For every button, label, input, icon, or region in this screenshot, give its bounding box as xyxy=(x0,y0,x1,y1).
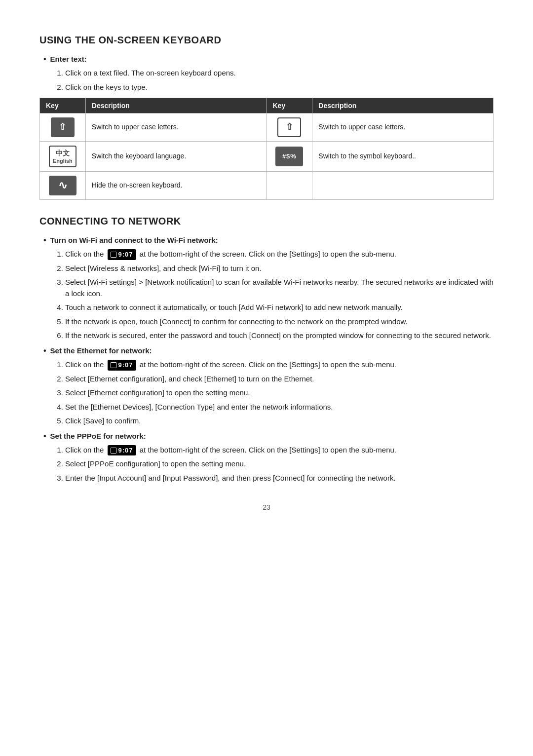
step-item: Click [Save] to confirm. xyxy=(65,416,494,427)
step-item: Click on the keys to type. xyxy=(65,82,494,93)
step-item: Select [Ethernet configuration] to open … xyxy=(65,387,494,399)
page-number: 23 xyxy=(39,503,494,511)
desc-cell-5: Hide the on-screen keyboard. xyxy=(85,172,266,200)
hide-keyboard-key: ∿ xyxy=(49,176,76,195)
key-cell-3: 中文 English xyxy=(40,142,86,172)
pppoe-header: Set the PPPoE for network: xyxy=(43,432,494,441)
desc-cell-1: Switch to upper case letters. xyxy=(85,113,266,142)
desc-cell-3: Switch the keyboard language. xyxy=(85,142,266,172)
key-cell-1: ⇧ xyxy=(40,113,86,142)
section-network: CONNECTING TO NETWORK Turn on Wi-Fi and … xyxy=(39,216,494,484)
step-item: Select [Wi-Fi settings] > [Network notif… xyxy=(65,277,494,299)
key-cell-6 xyxy=(266,172,312,200)
keyboard-table: Key Description Key Description ⇧ Switch… xyxy=(39,98,494,200)
step-item: Select [Ethernet configuration], and che… xyxy=(65,374,494,385)
step-item: Select [Wireless & networks], and check … xyxy=(65,263,494,274)
step-item: Click on the 9:07 at the bottom-right of… xyxy=(65,445,494,456)
section-keyboard: USING THE ON-SCREEN KEYBOARD Enter text:… xyxy=(39,35,494,200)
ethernet-header: Set the Ethernet for network: xyxy=(43,346,494,355)
language-key: 中文 English xyxy=(49,146,76,167)
symbol-key: #$% xyxy=(275,147,303,166)
step-item: Enter the [Input Account] and [Input Pas… xyxy=(65,473,494,484)
time-display-1: 9:07 xyxy=(118,250,133,260)
status-bar-icon-1: 9:07 xyxy=(108,249,136,260)
status-bar-icon-3: 9:07 xyxy=(108,445,136,456)
step-item: Select [PPPoE configuration] to open the… xyxy=(65,458,494,470)
time-display-3: 9:07 xyxy=(118,446,133,455)
enter-text-steps: Click on a text filed. The on-screen key… xyxy=(65,68,494,93)
section-network-title: CONNECTING TO NETWORK xyxy=(39,216,494,227)
col-key1: Key xyxy=(40,98,86,113)
desc-cell-6 xyxy=(312,172,494,200)
desc-cell-4: Switch to the symbol keyboard.. xyxy=(312,142,494,172)
ethernet-steps: Click on the 9:07 at the bottom-right of… xyxy=(65,359,494,427)
wifi-header: Turn on Wi-Fi and connect to the Wi-Fi n… xyxy=(43,236,494,245)
wifi-steps: Click on the 9:07 at the bottom-right of… xyxy=(65,249,494,341)
uppercase-key-filled: ⇧ xyxy=(51,117,75,137)
desc-cell-2: Switch to upper case letters. xyxy=(312,113,494,142)
step-item: Click on a text filed. The on-screen key… xyxy=(65,68,494,79)
step-item: Click on the 9:07 at the bottom-right of… xyxy=(65,359,494,371)
status-bar-icon-2: 9:07 xyxy=(108,360,136,371)
step-item: Touch a network to connect it automatica… xyxy=(65,302,494,313)
table-row: 中文 English Switch the keyboard language.… xyxy=(40,142,494,172)
step-item: Set the [Ethernet Devices], [Connection … xyxy=(65,402,494,413)
col-desc2: Description xyxy=(312,98,494,113)
key-cell-2: ⇧ xyxy=(266,113,312,142)
col-key2: Key xyxy=(266,98,312,113)
table-row: ∿ Hide the on-screen keyboard. xyxy=(40,172,494,200)
enter-text-header: Enter text: xyxy=(43,55,494,64)
step-item: If the network is secured, enter the pas… xyxy=(65,330,494,341)
pppoe-steps: Click on the 9:07 at the bottom-right of… xyxy=(65,445,494,484)
section-keyboard-title: USING THE ON-SCREEN KEYBOARD xyxy=(39,35,494,46)
step-item: Click on the 9:07 at the bottom-right of… xyxy=(65,249,494,260)
key-cell-5: ∿ xyxy=(40,172,86,200)
signal-icon-2 xyxy=(111,362,116,368)
col-desc1: Description xyxy=(85,98,266,113)
key-cell-4: #$% xyxy=(266,142,312,172)
time-display-2: 9:07 xyxy=(118,360,133,370)
table-row: ⇧ Switch to upper case letters. ⇧ Switch… xyxy=(40,113,494,142)
uppercase-key-outline: ⇧ xyxy=(277,117,301,137)
signal-icon xyxy=(111,252,116,258)
signal-icon-3 xyxy=(111,448,116,454)
step-item: If the network is open, touch [Connect] … xyxy=(65,316,494,328)
